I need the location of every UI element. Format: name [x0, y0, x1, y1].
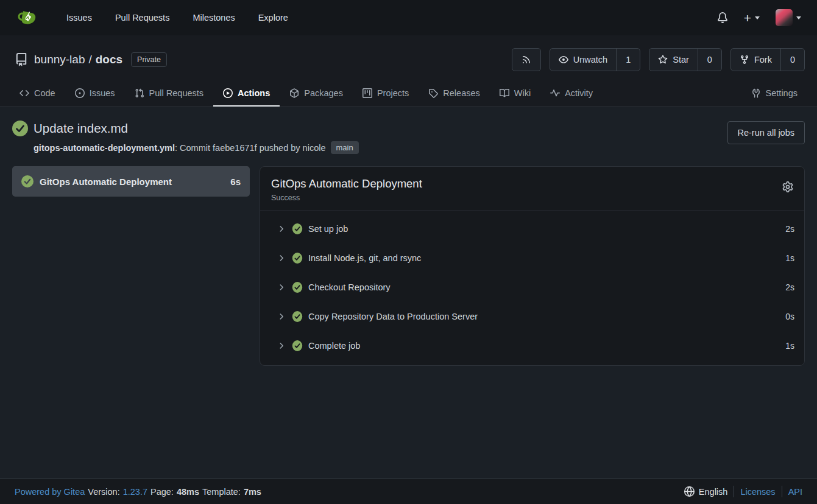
licenses-link[interactable]: Licenses [740, 487, 775, 497]
star-button[interactable]: Star 0 [649, 48, 722, 71]
step-row-setup[interactable]: Set up job 2s [260, 214, 804, 243]
fork-count[interactable]: 0 [780, 49, 804, 71]
globe-icon [684, 486, 695, 497]
step-name: Install Node.js, git, and rsync [308, 253, 421, 263]
tab-packages[interactable]: Packages [280, 80, 353, 107]
step-row-install[interactable]: Install Node.js, git, and rsync 1s [260, 243, 804, 273]
step-duration: 1s [785, 253, 794, 263]
powered-by-gitea-link[interactable]: Powered by Gitea [15, 487, 85, 497]
step-name: Set up job [308, 224, 348, 234]
tab-projects[interactable]: Projects [353, 80, 419, 107]
navbar-right: + [717, 9, 801, 26]
star-icon [658, 55, 668, 65]
watch-button[interactable]: Unwatch 1 [550, 48, 641, 71]
step-name: Copy Repository Data to Production Serve… [308, 312, 478, 321]
user-menu[interactable] [776, 9, 801, 26]
tab-pull-requests[interactable]: Pull Requests [125, 80, 213, 107]
language-label: English [699, 487, 728, 497]
star-count[interactable]: 0 [698, 49, 721, 71]
version-link[interactable]: 1.23.7 [123, 487, 147, 497]
nav-link-milestones[interactable]: Milestones [181, 13, 246, 23]
step-name: Complete job [308, 341, 360, 351]
gear-icon[interactable] [782, 181, 793, 192]
private-badge: Private [131, 52, 167, 67]
watch-count[interactable]: 1 [616, 49, 640, 71]
step-row-complete[interactable]: Complete job 1s [260, 331, 804, 360]
tools-icon [751, 88, 761, 98]
rerun-all-jobs-button[interactable]: Re-run all jobs [727, 121, 805, 144]
commit-text: : Commit faebe1671f pushed by nicole [175, 143, 325, 153]
tab-activity[interactable]: Activity [540, 80, 603, 107]
footer-right: English Licenses API [684, 486, 802, 497]
tab-pull-requests-label: Pull Requests [149, 88, 203, 98]
tab-releases-label: Releases [443, 88, 479, 98]
job-name: GitOps Automatic Deployment [40, 177, 172, 187]
job-list-item[interactable]: GitOps Automatic Deployment 6s [12, 166, 250, 197]
gitea-logo-icon[interactable] [16, 6, 39, 29]
check-circle-icon [292, 340, 303, 351]
chevron-down-icon [796, 16, 801, 19]
branch-badge[interactable]: main [331, 141, 359, 154]
job-duration: 6s [230, 177, 241, 187]
repo-title-row: bunny-lab/docs Private Unwatch 1 [0, 35, 817, 80]
plus-icon: + [744, 12, 751, 24]
nav-link-explore[interactable]: Explore [247, 13, 300, 23]
notifications-bell-icon[interactable] [717, 12, 728, 23]
nav-link-issues[interactable]: Issues [55, 13, 104, 23]
user-avatar [776, 9, 793, 26]
job-list: GitOps Automatic Deployment 6s [12, 166, 250, 197]
step-duration: 0s [785, 312, 794, 321]
git-fork-icon [740, 55, 749, 65]
step-duration: 2s [785, 282, 794, 292]
check-circle-icon [292, 253, 303, 264]
run-title-block: Update index.md gitops-automatic-deploym… [12, 121, 359, 154]
chevron-down-icon [755, 16, 760, 19]
nav-link-pull-requests[interactable]: Pull Requests [104, 13, 181, 23]
package-icon [289, 88, 299, 98]
pulse-icon [550, 88, 560, 98]
tab-code-label: Code [34, 88, 55, 98]
tab-wiki-label: Wiki [514, 88, 531, 98]
tab-wiki[interactable]: Wiki [490, 80, 540, 107]
job-detail-panel: GitOps Automatic Deployment Success Set … [260, 166, 805, 366]
gitea-actions-page: Issues Pull Requests Milestones Explore … [0, 0, 817, 504]
repo-name-link[interactable]: docs [96, 53, 122, 66]
job-panel-header: GitOps Automatic Deployment Success [260, 167, 804, 211]
step-row-copy[interactable]: Copy Repository Data to Production Serve… [260, 302, 804, 331]
rss-button[interactable] [512, 48, 541, 71]
language-selector[interactable]: English [684, 486, 728, 497]
workflow-file-link[interactable]: gitops-automatic-deployment.yml [34, 143, 175, 153]
workflow-run-header: Update index.md gitops-automatic-deploym… [0, 107, 817, 166]
step-duration: 2s [785, 224, 794, 234]
top-navbar: Issues Pull Requests Milestones Explore … [0, 0, 817, 35]
template-time-label: Template: [202, 487, 241, 497]
repo-name: bunny-lab/docs [34, 53, 122, 66]
job-panel-title: GitOps Automatic Deployment [271, 177, 793, 191]
step-row-checkout[interactable]: Checkout Repository 2s [260, 273, 804, 302]
tab-settings[interactable]: Settings [741, 80, 807, 107]
eye-icon [559, 55, 568, 65]
run-subtitle: gitops-automatic-deployment.yml: Commit … [34, 141, 359, 154]
issue-opened-icon [75, 88, 85, 98]
run-title: Update index.md [34, 121, 128, 136]
rss-icon [512, 49, 540, 71]
chevron-right-icon [277, 312, 286, 321]
tab-releases[interactable]: Releases [419, 80, 489, 107]
fork-button[interactable]: Fork 0 [730, 48, 805, 71]
watch-label: Unwatch [573, 55, 607, 65]
step-list: Set up job 2s Install Node.js, git, and … [260, 211, 804, 365]
tab-code[interactable]: Code [10, 80, 65, 107]
repo-book-icon [15, 53, 28, 66]
tab-actions[interactable]: Actions [213, 80, 280, 107]
repo-tabs: Code Issues Pull Requests Actions Packag… [0, 80, 817, 107]
create-new-dropdown[interactable]: + [744, 12, 760, 24]
play-circle-icon [223, 88, 233, 98]
book-icon [500, 88, 509, 98]
check-circle-icon [292, 311, 303, 322]
page-time-label: Page: [150, 487, 174, 497]
version-label: Version: [88, 487, 119, 497]
repo-owner-link[interactable]: bunny-lab [34, 53, 85, 66]
repo-header: bunny-lab/docs Private Unwatch 1 [0, 35, 817, 107]
tab-issues[interactable]: Issues [65, 80, 125, 107]
api-link[interactable]: API [788, 487, 802, 497]
